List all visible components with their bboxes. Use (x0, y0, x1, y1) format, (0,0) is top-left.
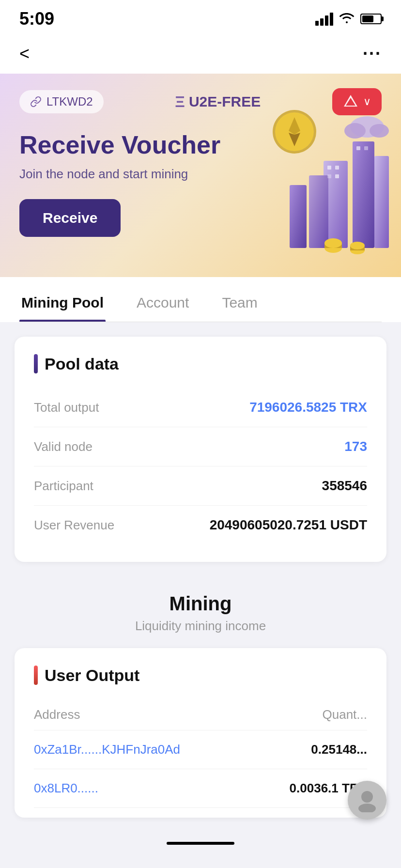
total-output-label: Total output (34, 400, 99, 415)
hero-title: Receive Voucher (19, 130, 382, 160)
tab-team[interactable]: Team (220, 282, 259, 322)
svg-point-25 (350, 242, 365, 249)
mining-section: Mining Liquidity mining income (15, 574, 386, 648)
mining-subtitle: Liquidity mining income (15, 619, 386, 634)
receive-button[interactable]: Receive (19, 199, 121, 237)
quantity-header: Quant... (323, 707, 368, 722)
participant-row: Participant 358546 (34, 466, 367, 506)
valid-node-label: Valid node (34, 439, 93, 454)
total-output-row: Total output 7196026.5825 TRX (34, 388, 367, 427)
user-revenue-value: 20490605020.7251 USDT (210, 517, 367, 533)
table-row: 0x8LR0...... 0.0036.1 TRX (34, 769, 367, 808)
address-value-1[interactable]: 0xZa1Br......KJHFnJra0Ad (34, 742, 180, 757)
referral-code-badge[interactable]: LTKWD2 (19, 90, 104, 113)
user-output-title: User Output (34, 666, 367, 685)
referral-code: LTKWD2 (46, 95, 93, 108)
wifi-icon (339, 11, 355, 27)
hero-banner: LTKWD2 Ξ U2E-FREE ∨ Receive Voucher Join… (0, 74, 401, 277)
svg-point-26 (361, 791, 373, 803)
svg-point-22 (324, 238, 342, 248)
signal-icon (315, 13, 333, 26)
tabs-container: Mining Pool Account Team (0, 277, 401, 322)
address-value-2[interactable]: 0x8LR0...... (34, 781, 98, 796)
back-button[interactable]: < (19, 44, 30, 64)
pool-title-bar (34, 354, 38, 373)
user-revenue-label: User Revenue (34, 518, 114, 533)
tab-account[interactable]: Account (135, 282, 191, 322)
pool-data-card: Pool data Total output 7196026.5825 TRX … (15, 337, 386, 562)
status-time: 5:09 (19, 9, 54, 29)
tab-mining-pool[interactable]: Mining Pool (19, 282, 106, 322)
participant-value: 358546 (322, 478, 367, 494)
nav-bar: < ··· (0, 34, 401, 74)
user-output-card: User Output Address Quant... 0xZa1Br....… (15, 648, 386, 818)
total-output-value: 7196026.5825 TRX (249, 400, 367, 415)
pool-data-title: Pool data (34, 354, 367, 373)
table-row: 0xZa1Br......KJHFnJra0Ad 0.25148... (34, 730, 367, 769)
tabs: Mining Pool Account Team (19, 277, 382, 322)
status-icons (315, 11, 382, 27)
mining-title: Mining (15, 593, 386, 615)
participant-label: Participant (34, 479, 93, 494)
svg-point-27 (358, 804, 376, 812)
quantity-value-1: 0.25148... (311, 742, 367, 757)
avatar-bubble[interactable] (348, 781, 386, 820)
address-header: Address (34, 707, 80, 722)
status-bar: 5:09 (0, 0, 401, 34)
user-output-title-bar (34, 666, 38, 685)
table-header: Address Quant... (34, 699, 367, 730)
home-indicator (167, 842, 234, 845)
logo-icon: Ξ (175, 93, 185, 111)
battery-icon (360, 14, 382, 24)
avatar-icon (355, 788, 379, 812)
link-icon (30, 96, 42, 108)
user-revenue-row: User Revenue 20490605020.7251 USDT (34, 506, 367, 544)
more-button[interactable]: ··· (363, 44, 382, 64)
hero-subtitle: Join the node and start mining (19, 167, 382, 182)
valid-node-row: Valid node 173 (34, 427, 367, 466)
main-content: Pool data Total output 7196026.5825 TRX … (0, 322, 401, 832)
valid-node-value: 173 (344, 439, 367, 454)
